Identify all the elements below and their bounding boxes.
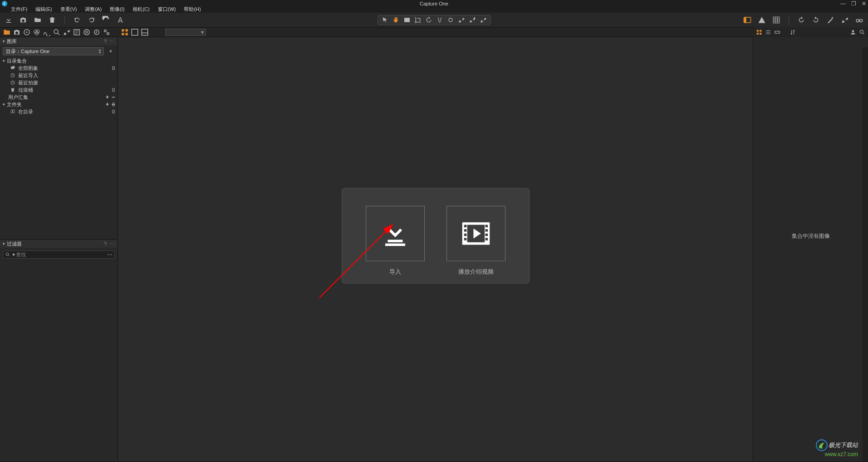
more-icon[interactable]: ⋯ xyxy=(109,241,115,247)
right-panel: 集合中没有图像 xyxy=(753,37,868,461)
menu-adjust[interactable]: 调整(A) xyxy=(85,6,102,13)
svg-rect-43 xyxy=(760,33,761,34)
right-scrollbar[interactable] xyxy=(863,47,868,461)
spot-tool[interactable] xyxy=(445,15,456,25)
item-all-images[interactable]: 全部图象 0 xyxy=(0,64,118,72)
wand-icon[interactable] xyxy=(826,16,834,24)
select-tool[interactable] xyxy=(380,15,391,25)
svg-rect-32 xyxy=(464,229,466,232)
tab-color-icon[interactable] xyxy=(33,28,41,36)
rotate-ccw-icon[interactable] xyxy=(797,16,805,24)
preset-dropdown[interactable]: ▾ xyxy=(165,29,206,36)
library-header[interactable]: ▾ 图库 ? ⋯ xyxy=(0,37,118,45)
more-icon[interactable]: ⋯ xyxy=(109,39,115,44)
minimize-button[interactable]: — xyxy=(840,1,846,6)
mask-draw-tool[interactable] xyxy=(456,15,467,25)
browser-toggle-icon[interactable] xyxy=(743,16,751,24)
tab-batch-icon[interactable] xyxy=(93,28,101,36)
item-trash[interactable]: 垃圾桶 0 xyxy=(0,86,118,93)
trash-icon[interactable] xyxy=(48,16,56,24)
svg-rect-42 xyxy=(757,33,759,34)
svg-point-1 xyxy=(474,17,475,19)
video-card[interactable]: 播放介绍视频 xyxy=(446,206,505,276)
tab-library-icon[interactable] xyxy=(3,28,11,36)
redo2-icon[interactable] xyxy=(102,16,110,24)
tab-output-icon[interactable] xyxy=(83,28,91,36)
open-folder-icon[interactable] xyxy=(34,16,42,24)
tab-adjust-icon[interactable] xyxy=(63,28,71,36)
catalog-dropdown[interactable]: 目录： Capture One ▴▾ xyxy=(3,47,104,55)
help-icon[interactable]: ? xyxy=(104,39,107,44)
menu-window[interactable]: 窗口(W) xyxy=(158,6,176,13)
view-split-icon[interactable] xyxy=(141,28,149,36)
menu-help[interactable]: 帮助(H) xyxy=(184,6,201,13)
group-catalog-collections[interactable]: ▾ 目录集合 xyxy=(0,57,118,64)
menu-edit[interactable]: 编辑(E) xyxy=(35,6,52,13)
thumb-grid-icon[interactable] xyxy=(756,29,762,35)
import-card[interactable]: 导入 xyxy=(366,206,425,276)
item-recent-capture[interactable]: 最近拍摄 xyxy=(0,79,118,86)
add-catalog-button[interactable]: + xyxy=(107,48,115,54)
rotate-tool[interactable] xyxy=(423,15,434,25)
help-icon[interactable]: ? xyxy=(104,241,107,246)
chevron-down-icon: ▾ xyxy=(3,102,5,107)
tab-capture-icon[interactable] xyxy=(13,28,21,36)
catalog-prefix: 目录： xyxy=(6,48,21,55)
crop-tool[interactable] xyxy=(412,15,423,25)
glasses-icon[interactable] xyxy=(855,16,863,24)
annotate-icon[interactable] xyxy=(117,16,125,24)
loupe-tool[interactable] xyxy=(402,15,412,25)
pan-tool[interactable] xyxy=(391,15,402,25)
mask-grad-tool[interactable] xyxy=(467,15,478,25)
thumb-filmstrip-icon[interactable] xyxy=(774,29,780,35)
sort-icon[interactable] xyxy=(790,29,796,35)
add-collection-button[interactable]: + xyxy=(106,94,109,100)
tab-meta-icon[interactable] xyxy=(73,28,81,36)
rotate-cw-icon[interactable] xyxy=(812,16,820,24)
undo-icon[interactable] xyxy=(73,16,81,24)
svg-rect-17 xyxy=(122,29,124,31)
remove-folder-button[interactable]: − xyxy=(112,101,115,108)
search-options-icon[interactable]: ⋯ xyxy=(107,251,113,258)
menu-view[interactable]: 查看(V) xyxy=(60,6,77,13)
user-icon[interactable] xyxy=(850,29,856,35)
separator xyxy=(789,16,789,24)
group-user-collections[interactable]: 用户汇集 + − xyxy=(0,93,118,101)
search-input[interactable]: ▾ 查找 ⋯ xyxy=(3,251,115,259)
view-single-icon[interactable] xyxy=(131,28,139,36)
search-icon xyxy=(5,252,10,257)
mask-erase-tool[interactable] xyxy=(478,15,489,25)
item-recent-import[interactable]: 最近导入 xyxy=(0,72,118,79)
thumb-list-icon[interactable] xyxy=(765,29,771,35)
item-in-catalog[interactable]: 在目录 0 xyxy=(0,108,118,115)
import-label: 导入 xyxy=(366,268,425,276)
close-button[interactable]: ✕ xyxy=(862,1,866,6)
welcome-dialog: 导入 播放介绍视频 xyxy=(342,188,530,284)
filter-header[interactable]: ▾ 过滤器 ? ⋯ xyxy=(0,240,118,248)
menu-file[interactable]: 文件(F) xyxy=(11,6,27,13)
capture-icon[interactable] xyxy=(19,16,27,24)
redo-icon[interactable] xyxy=(88,16,96,24)
empty-state-text: 集合中没有图像 xyxy=(753,232,868,240)
edit-icon[interactable] xyxy=(841,16,849,24)
import-icon[interactable] xyxy=(5,16,13,24)
menu-image[interactable]: 图像(I) xyxy=(110,6,124,13)
add-folder-button[interactable]: + xyxy=(106,101,109,108)
group-folders[interactable]: ▾ 文件夹 + − xyxy=(0,101,118,108)
alert-icon[interactable] xyxy=(758,16,766,24)
tab-settings-icon[interactable] xyxy=(103,28,111,36)
book-icon xyxy=(10,109,15,114)
search-icon[interactable] xyxy=(859,29,865,35)
svg-point-7 xyxy=(26,32,28,33)
keystone-tool[interactable] xyxy=(434,15,445,25)
grid-icon[interactable] xyxy=(772,16,780,24)
maximize-button[interactable]: ❐ xyxy=(851,1,856,6)
tool-tab-strip: ▾ xyxy=(0,27,868,37)
chevron-down-icon: ▾ xyxy=(3,39,5,44)
view-grid-icon[interactable] xyxy=(121,28,129,36)
tab-lens-icon[interactable] xyxy=(23,28,31,36)
tab-exposure-icon[interactable] xyxy=(43,28,51,36)
menu-camera[interactable]: 相机(C) xyxy=(132,6,149,13)
remove-collection-button[interactable]: − xyxy=(112,94,115,100)
tab-details-icon[interactable] xyxy=(53,28,61,36)
